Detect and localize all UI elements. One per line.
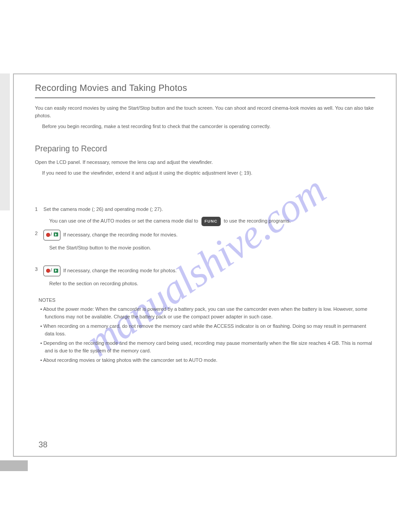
step-1-text-b: ) and operating mode ( (102, 206, 151, 212)
prep-paragraph-2: If you need to use the viewfinder, exten… (35, 169, 375, 177)
step-2-sub: Set the Start/Stop button to the movie p… (42, 244, 375, 252)
note-2-text: When recording on a memory card, do not … (43, 323, 366, 336)
preparing-heading: Preparing to Record (35, 143, 375, 155)
step-1-number: 1 (35, 206, 42, 213)
notes-label: NOTES (39, 297, 56, 303)
slash-icon: / (51, 267, 52, 274)
note-2: • When recording on a memory card, do no… (39, 322, 375, 338)
note-1-text: About the power mode: When the camcorder… (43, 306, 367, 319)
step-1-text-a: Set the camera mode ( (43, 206, 94, 212)
notes-block: NOTES • About the power mode: When the c… (39, 296, 375, 364)
note-1: • About the power mode: When the camcord… (39, 305, 375, 321)
note-3-text: Depending on the recording mode and the … (43, 340, 372, 353)
record-dot-icon (46, 233, 50, 237)
step-1-sub-b: to use the recording programs. (224, 218, 291, 223)
play-icon (54, 269, 58, 273)
step-2-text: If necessary, change the recording mode … (63, 232, 177, 237)
rec-play-button-icon-2: / (43, 266, 60, 276)
page-number: 38 (39, 440, 47, 450)
title-underline (35, 98, 375, 98)
left-margin-highlight (0, 73, 10, 210)
prep-paragraph-1: Open the LCD panel. If necessary, remove… (35, 159, 375, 166)
play-icon (54, 232, 58, 236)
step-3-number: 3 (35, 266, 42, 273)
intro-paragraph-2: Before you begin recording, make a test … (35, 123, 375, 130)
step-1-sub: You can use one of the AUTO modes or set… (42, 217, 375, 226)
step-1-sub-a: You can use one of the AUTO modes or set… (49, 218, 200, 223)
slash-icon: / (51, 231, 52, 238)
step-1-ref: ; 26 (94, 206, 102, 212)
prep-p2-ref: ; 19 (241, 170, 249, 176)
func-button-icon: FUNC (201, 217, 221, 226)
note-3: • Depending on the recording mode and th… (39, 339, 375, 355)
rec-play-button-icon: / (43, 230, 60, 240)
step-2-number: 2 (35, 230, 42, 237)
step-3: 3 / If necessary, change the recording m… (35, 266, 375, 276)
step-1-ref2: ; 27 (152, 206, 160, 212)
section-title: Recording Movies and Taking Photos (35, 83, 375, 93)
step-3-sub: Refer to the section on recording photos… (42, 280, 375, 287)
prep-p2-a: If you need to use the viewfinder, exten… (42, 170, 241, 176)
note-4: • About recording movies or taking photo… (39, 356, 375, 364)
step-1-text-c: ). (160, 206, 163, 212)
record-dot-icon (46, 269, 50, 273)
note-4-text: About recording movies or taking photos … (43, 357, 217, 363)
step-1: 1 Set the camera mode (; 26) and operati… (35, 206, 375, 213)
page-tab-marker (0, 460, 28, 471)
intro-paragraph-1: You can easily record movies by using th… (35, 104, 375, 119)
step-2: 2 / If necessary, change the recording m… (35, 230, 375, 240)
prep-p2-b: ). (249, 170, 253, 176)
page-content: Recording Movies and Taking Photos You c… (35, 83, 375, 366)
step-3-text: If necessary, change the recording mode … (63, 268, 177, 273)
